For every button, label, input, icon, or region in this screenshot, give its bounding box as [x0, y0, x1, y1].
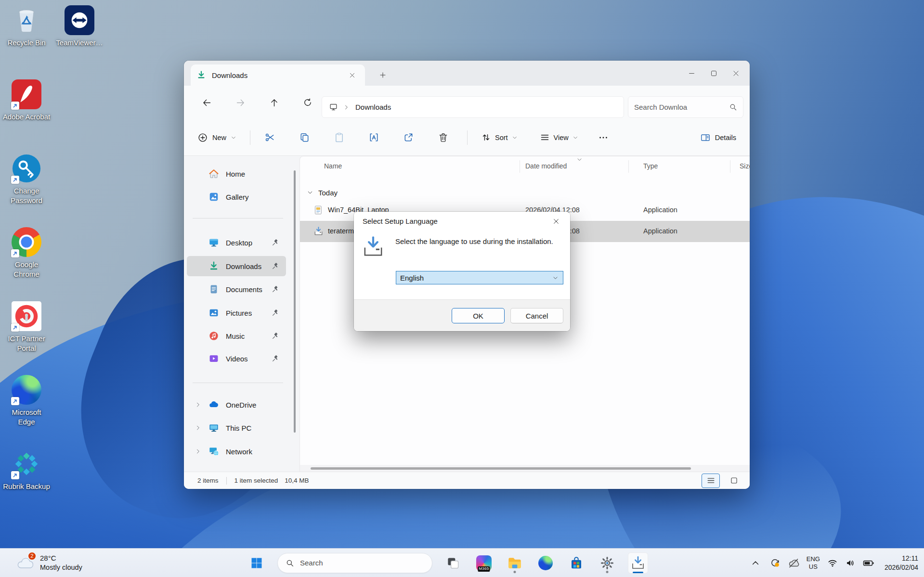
weather-widget[interactable]: 2 28°C Mostly cloudy [12, 549, 86, 577]
new-tab-button[interactable] [375, 67, 391, 83]
desktop-icon-adobe-acrobat[interactable]: Adobe Acrobat [2, 79, 51, 122]
documents-icon [208, 284, 219, 295]
chevron-right-icon[interactable] [195, 401, 201, 408]
file-explorer-button[interactable] [505, 552, 525, 574]
sidebar-item-music[interactable]: Music [187, 326, 286, 346]
sidebar-item-onedrive[interactable]: OneDrive [187, 395, 286, 415]
sidebar-divider [193, 218, 283, 218]
sidebar-item-documents[interactable]: Documents [187, 279, 286, 299]
weather-text: 28°C Mostly cloudy [40, 553, 82, 572]
column-header-size[interactable]: Size [740, 162, 750, 170]
details-button[interactable]: Details [694, 128, 742, 147]
language-value: English [400, 274, 424, 282]
forward-button[interactable] [232, 94, 248, 111]
status-item-count: 2 items [197, 477, 219, 484]
wifi-icon[interactable] [827, 558, 838, 568]
sidebar-item-pictures[interactable]: Pictures [187, 303, 286, 323]
address-bar[interactable]: Downloads [322, 96, 624, 118]
maximize-button[interactable] [703, 61, 725, 86]
ok-button[interactable]: OK [452, 308, 505, 323]
language-indicator[interactable]: ENG US [807, 555, 820, 570]
new-button[interactable]: New [192, 128, 242, 147]
battery-icon[interactable] [863, 557, 874, 569]
desktop-icon-teamviewer[interactable]: TeamViewer… [55, 5, 104, 48]
store-button[interactable] [566, 552, 586, 574]
details-view-toggle[interactable] [702, 474, 720, 488]
sidebar-item-downloads[interactable]: Downloads [187, 256, 286, 276]
dialog-close-button[interactable] [547, 214, 565, 228]
sidebar-item-gallery[interactable]: Gallery [187, 187, 286, 207]
onedrive-sync-icon[interactable] [769, 557, 781, 568]
language-dropdown[interactable]: English [396, 271, 563, 284]
desktop-icon-google-chrome[interactable]: Google Chrome [2, 227, 51, 280]
back-button[interactable] [198, 94, 215, 111]
sidebar-item-desktop[interactable]: Desktop [187, 232, 286, 253]
desktop-icon-change-password[interactable]: Change Password [2, 153, 51, 206]
toolbar-divider [250, 130, 250, 145]
column-divider[interactable] [628, 160, 629, 173]
view-button[interactable]: View [535, 128, 583, 146]
refresh-button[interactable] [299, 94, 316, 111]
minimize-button[interactable] [680, 61, 703, 86]
clock-time: 12:11 [885, 554, 918, 563]
copilot-m365-button[interactable]: M365 [474, 552, 494, 574]
breadcrumb[interactable]: Downloads [355, 103, 391, 111]
column-divider[interactable] [520, 160, 520, 173]
speaker-icon[interactable] [845, 558, 856, 568]
cancel-button[interactable]: Cancel [510, 308, 563, 323]
setup-installer-button[interactable] [628, 552, 648, 574]
desktop-icon-microsoft-edge[interactable]: Microsoft Edge [2, 374, 51, 427]
sidebar-item-label: This PC [226, 424, 251, 432]
navigation-pane: Home Gallery Desktop Downloads Documents [184, 156, 299, 472]
sidebar-item-videos[interactable]: Videos [187, 348, 286, 369]
copy-button[interactable] [294, 128, 315, 147]
group-header-today[interactable]: Today [300, 185, 338, 200]
chevron-right-icon[interactable] [195, 424, 201, 431]
more-options-button[interactable] [594, 129, 613, 146]
dialog-title: Select Setup Language [363, 217, 438, 225]
desktop-icon-rubrik-backup[interactable]: Rubrik Backup [2, 449, 51, 491]
close-button[interactable] [725, 61, 747, 86]
column-header-date[interactable]: Date modified [525, 162, 567, 170]
chevron-down-icon[interactable] [307, 189, 313, 196]
clock[interactable]: 12:11 2026/02/04 [885, 554, 918, 572]
column-divider[interactable] [730, 160, 730, 173]
tab-close-icon[interactable] [345, 68, 359, 82]
chevron-right-icon[interactable] [195, 448, 201, 455]
task-view-button[interactable] [443, 552, 463, 574]
search-input[interactable] [634, 103, 729, 111]
sort-button[interactable]: Sort [476, 128, 522, 146]
column-header-name[interactable]: Name [324, 162, 342, 170]
gallery-icon [208, 192, 219, 202]
settings-button[interactable] [597, 552, 617, 574]
cut-button[interactable] [259, 128, 280, 147]
delete-button[interactable] [432, 128, 454, 147]
column-header-type[interactable]: Type [643, 162, 658, 170]
tab-downloads[interactable]: Downloads [191, 64, 365, 86]
start-button[interactable] [247, 552, 267, 574]
edge-button[interactable] [535, 552, 556, 574]
pin-icon [272, 332, 279, 340]
chevron-right-icon [343, 104, 350, 111]
file-name: teraterm [328, 227, 354, 235]
tray-chevron-up-icon[interactable] [751, 558, 760, 568]
desktop-icon-recycle-bin[interactable]: Recycle Bin [2, 5, 51, 48]
cloud-offline-icon[interactable] [788, 557, 799, 569]
large-icons-view-toggle[interactable] [725, 474, 743, 488]
sidebar-item-network[interactable]: Network [187, 441, 286, 462]
explorer-search-box[interactable] [628, 96, 743, 118]
desktop-icon-ict-partner-portal[interactable]: ICT Partner Portal [2, 301, 51, 354]
chevron-down-icon [573, 135, 578, 141]
sidebar-item-this-pc[interactable]: This PC [187, 418, 286, 438]
taskbar-search[interactable]: Search [277, 553, 432, 573]
up-button[interactable] [266, 94, 282, 111]
edge-icon [538, 556, 553, 570]
horizontal-scrollbar[interactable] [300, 465, 750, 472]
rename-button[interactable] [363, 128, 384, 147]
scrollbar-thumb[interactable] [311, 467, 691, 470]
share-button[interactable] [398, 128, 419, 147]
sidebar-scrollbar[interactable] [294, 170, 296, 433]
sidebar-item-home[interactable]: Home [187, 164, 286, 184]
paste-button[interactable] [328, 128, 350, 147]
running-indicator [606, 571, 609, 573]
